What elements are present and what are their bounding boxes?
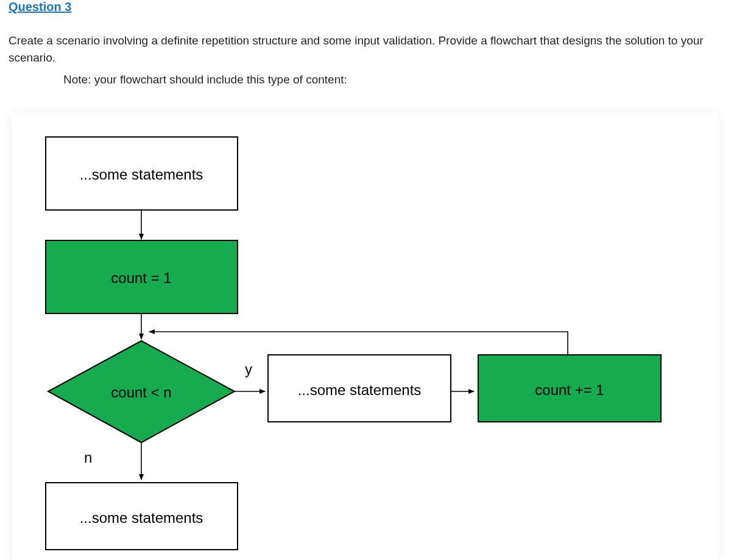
question-title: Question 3 (9, 0, 722, 14)
flowchart-svg: ...some statements count = 1 count < n y… (12, 113, 719, 560)
flow-no-label: n (84, 449, 92, 466)
flow-box-after-label: ...some statements (80, 509, 203, 526)
flow-box-loop-body-label: ...some statements (298, 382, 422, 398)
arrow-loopback (149, 332, 568, 353)
question-prompt: Create a scenario involving a definite r… (9, 32, 722, 66)
flow-box-init-label: count = 1 (111, 270, 171, 286)
flow-decision-label: count < n (111, 384, 171, 401)
flow-box-increment-label: count += 1 (535, 382, 604, 398)
flow-box-top-label: ...some statements (80, 166, 203, 183)
flowchart-container: ...some statements count = 1 count < n y… (12, 113, 719, 560)
flow-yes-label: y (245, 361, 252, 377)
question-note: Note: your flowchart should include this… (63, 73, 722, 86)
